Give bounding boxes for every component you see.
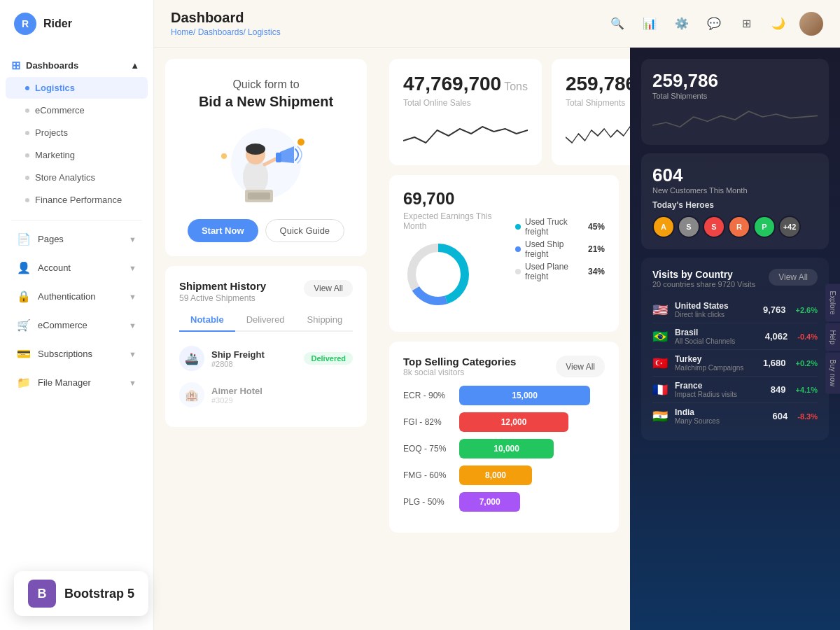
svg-point-10 [221, 153, 227, 159]
earnings-right: Used Truck freight 45% Used Ship freight… [515, 189, 605, 318]
chevron-down-icon: ▼ [129, 321, 136, 330]
right-panel: 259,786 Total Shipments 604 New Customer… [630, 48, 840, 630]
promo-svg [210, 121, 322, 205]
sidebar-logo[interactable]: R Rider [0, 0, 153, 48]
country-info-br: Brasil All Social Channels [675, 328, 760, 345]
dashboards-group[interactable]: ⊞ Dashboards ▲ [0, 52, 153, 76]
sidebar-item-account[interactable]: 👤 Account ▼ [6, 254, 148, 281]
sidebar-item-ecommerce2[interactable]: 🛒 eCommerce ▼ [6, 312, 148, 339]
dark-stats: 259,786 Total Shipments 604 New Customer… [630, 48, 840, 440]
earnings-card: 69,700 Expected Earnings This Month [389, 175, 619, 332]
grid-view-icon[interactable]: ⊞ [735, 13, 757, 35]
categories-card: Top Selling Categories 8k social visitor… [389, 342, 619, 533]
svg-rect-8 [248, 192, 270, 200]
flag-fr: 🇫🇷 [652, 382, 669, 398]
sidebar-item-authentication[interactable]: 🔒 Authentication ▼ [6, 283, 148, 310]
file-manager-icon: 📁 [17, 376, 31, 389]
new-customers-number: 604 [652, 164, 818, 186]
chevron-down-icon: ▼ [129, 235, 136, 244]
category-row-fmg: FMG - 60% 8,000 [403, 465, 605, 485]
avatar-a: A [652, 216, 675, 238]
chevron-down-icon: ▼ [129, 264, 136, 272]
total-sales-card: 47,769,700Tons Total Online Sales [389, 59, 542, 165]
svg-point-3 [246, 144, 265, 155]
dot-icon [25, 198, 29, 202]
help-tab[interactable]: Help [825, 323, 840, 351]
tab-notable[interactable]: Notable [179, 309, 235, 332]
header-left: Dashboard Home/ Dashboards/ Logistics [171, 10, 281, 37]
dark-sparkline [652, 106, 818, 134]
flag-us: 🇺🇸 [652, 302, 669, 318]
sidebar-item-subscriptions[interactable]: 💳 Subscriptions ▼ [6, 340, 148, 368]
view-all-shipments-button[interactable]: View All [304, 280, 353, 297]
sidebar-item-store-analytics[interactable]: Store Analytics [6, 167, 148, 188]
sidebar-item-ecommerce[interactable]: eCommerce [6, 99, 148, 121]
buy-now-tab[interactable]: Buy now [825, 353, 840, 393]
total-shipments-number: 259,786 [566, 73, 630, 95]
sidebar-item-projects[interactable]: Projects [6, 122, 148, 144]
dot-icon [25, 86, 29, 90]
avatar-more: +42 [778, 216, 801, 238]
avatar[interactable] [799, 12, 823, 36]
sidebar-item-marketing[interactable]: Marketing [6, 144, 148, 166]
page-title: Dashboard [171, 10, 281, 26]
logo-icon: R [14, 13, 36, 35]
start-now-button[interactable]: Start Now [188, 219, 258, 242]
total-sales-number: 47,769,700Tons [403, 73, 528, 95]
avatar-p: P [753, 216, 776, 238]
message-icon[interactable]: 💬 [703, 13, 725, 35]
breadcrumb: Home/ Dashboards/ Logistics [171, 27, 281, 37]
country-info-us: United States Direct link clicks [675, 301, 757, 318]
status-badge: Delivered [304, 352, 353, 365]
country-info-fr: France Impact Radius visits [675, 381, 765, 398]
mid-panel: 47,769,700Tons Total Online Sales 259,78… [378, 48, 630, 630]
dark-shipments-number: 259,786 [652, 70, 818, 92]
auth-icon: 🔒 [17, 290, 31, 303]
total-shipments-label: Total Shipments [566, 98, 630, 108]
category-row-fgi: FGI - 82% 12,000 [403, 412, 605, 432]
sidebar-item-logistics[interactable]: Logistics [6, 77, 148, 99]
sidebar-item-finance-performance[interactable]: Finance Performance [6, 189, 148, 211]
shipment-header: Shipment History 59 Active Shipments Vie… [179, 280, 353, 303]
category-row-plg: PLG - 50% 7,000 [403, 492, 605, 512]
flag-tr: 🇹🇷 [652, 356, 669, 371]
legend-truck: Used Truck freight 45% [515, 217, 605, 237]
shipment-tabs: Notable Delivered Shipping [179, 309, 353, 332]
chart-icon[interactable]: 📊 [638, 13, 661, 35]
categories-subtitle: 8k social visitors [403, 368, 516, 377]
new-customers-label: New Customers This Month [652, 186, 818, 195]
view-all-categories-button[interactable]: View All [556, 356, 605, 377]
total-shipments-card: 259,786 Total Shipments [552, 59, 630, 165]
promo-buttons: Start Now Quick Guide [179, 219, 353, 242]
legend-ship: Used Ship freight 21% [515, 239, 605, 259]
shipment-icon: 🚢 [179, 346, 204, 371]
dot-icon [25, 131, 29, 135]
country-row-br: 🇧🇷 Brasil All Social Channels 4,062 -0.4… [652, 323, 818, 350]
tab-delivered[interactable]: Delivered [235, 309, 296, 332]
search-icon[interactable]: 🔍 [606, 13, 629, 35]
content-area: Quick form to Bid a New Shipment [154, 48, 840, 630]
plane-dot [515, 269, 521, 274]
truck-dot [515, 224, 521, 230]
settings-icon[interactable]: ⚙️ [671, 13, 693, 35]
shipment-id-2: #3029 [211, 396, 353, 405]
category-row-ecr: ECR - 90% 15,000 [403, 386, 605, 405]
earnings-number: 69,700 [403, 189, 501, 209]
header: Dashboard Home/ Dashboards/ Logistics 🔍 … [154, 0, 840, 48]
view-all-visits-button[interactable]: View All [769, 269, 818, 286]
country-row-in: 🇮🇳 India Many Sources 604 -8.3% [652, 403, 818, 429]
dark-shipments-card: 259,786 Total Shipments [641, 59, 829, 145]
logo-name: Rider [43, 18, 72, 30]
quick-guide-button[interactable]: Quick Guide [265, 219, 345, 242]
avatar-r: R [728, 216, 750, 238]
sidebar-item-file-manager[interactable]: 📁 File Manager ▼ [6, 369, 148, 396]
shipment-info-2: Aimer Hotel #3029 [211, 386, 353, 405]
promo-subtitle: Bid a New Shipment [179, 94, 353, 110]
dark-mode-icon[interactable]: 🌙 [767, 13, 790, 35]
sales-sparkline [403, 116, 528, 151]
sidebar-item-pages[interactable]: 📄 Pages ▼ [6, 225, 148, 253]
tab-shipping[interactable]: Shipping [296, 309, 354, 332]
explore-tab[interactable]: Explore [825, 284, 840, 322]
shipment-row: 🚢 Ship Freight #2808 Delivered [179, 340, 353, 377]
shipment-row-2: 🏨 Aimer Hotel #3029 [179, 377, 353, 413]
